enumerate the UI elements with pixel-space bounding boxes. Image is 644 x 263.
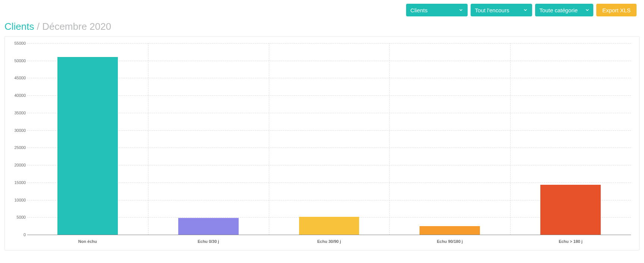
export-button[interactable]: Export XLS bbox=[596, 4, 637, 16]
chevron-down-icon bbox=[523, 8, 528, 12]
y-tick-label: 15000 bbox=[12, 180, 26, 185]
chart-bar[interactable] bbox=[299, 217, 359, 235]
gridline bbox=[27, 95, 631, 96]
dropdown-encours-label: Tout l'encours bbox=[475, 7, 509, 13]
category-divider bbox=[148, 43, 148, 235]
chevron-down-icon bbox=[585, 8, 590, 12]
chart-bar[interactable] bbox=[178, 218, 239, 235]
x-tick-label: Non échu bbox=[78, 239, 97, 244]
y-tick-label: 40000 bbox=[12, 93, 26, 98]
gridline bbox=[27, 43, 631, 44]
category-divider bbox=[269, 43, 269, 235]
dropdown-encours[interactable]: Tout l'encours bbox=[471, 4, 532, 16]
dropdown-clients-label: Clients bbox=[411, 7, 428, 13]
gridline bbox=[27, 61, 631, 61]
dropdown-categorie-label: Toute catégorie bbox=[540, 7, 578, 13]
gridline bbox=[27, 165, 631, 165]
y-tick-label: 50000 bbox=[12, 58, 26, 63]
export-button-label: Export XLS bbox=[602, 7, 631, 13]
y-tick-label: 10000 bbox=[12, 198, 26, 202]
x-tick-label: Echu > 180 j bbox=[559, 239, 582, 244]
y-tick-label: 25000 bbox=[12, 145, 26, 150]
gridline bbox=[27, 130, 631, 131]
y-tick-label: 30000 bbox=[12, 128, 26, 133]
x-tick-label: Echu 30/90 j bbox=[317, 239, 341, 244]
dropdown-categorie[interactable]: Toute catégorie bbox=[535, 4, 594, 16]
gridline bbox=[27, 113, 631, 113]
x-tick-label: Echu 0/30 j bbox=[198, 239, 219, 244]
chart-plot-area: 0500010000150002000025000300003500040000… bbox=[27, 43, 631, 235]
chart-bar[interactable] bbox=[420, 226, 480, 235]
y-tick-label: 5000 bbox=[12, 215, 26, 219]
y-tick-label: 20000 bbox=[12, 163, 26, 167]
category-divider bbox=[389, 43, 390, 235]
y-tick-label: 55000 bbox=[12, 41, 26, 45]
category-divider bbox=[510, 43, 511, 235]
chart-card: 0500010000150002000025000300003500040000… bbox=[4, 36, 640, 250]
chart-bar[interactable] bbox=[540, 185, 601, 235]
title-sep: / bbox=[34, 21, 42, 32]
gridline bbox=[27, 148, 631, 148]
y-tick-label: 35000 bbox=[12, 111, 26, 115]
title-part1: Clients bbox=[4, 21, 34, 32]
y-tick-label: 45000 bbox=[12, 76, 26, 80]
page-title: Clients / Décembre 2020 bbox=[0, 16, 644, 32]
x-tick-label: Echu 90/180 j bbox=[437, 239, 463, 244]
chart-bar[interactable] bbox=[57, 57, 118, 235]
y-tick-label: 0 bbox=[12, 232, 26, 237]
chevron-down-icon bbox=[459, 8, 463, 12]
toolbar: Clients Tout l'encours Toute catégorie E… bbox=[0, 0, 644, 16]
title-part2: Décembre 2020 bbox=[42, 21, 111, 32]
gridline bbox=[27, 183, 631, 183]
gridline bbox=[27, 78, 631, 78]
dropdown-clients[interactable]: Clients bbox=[406, 4, 468, 16]
